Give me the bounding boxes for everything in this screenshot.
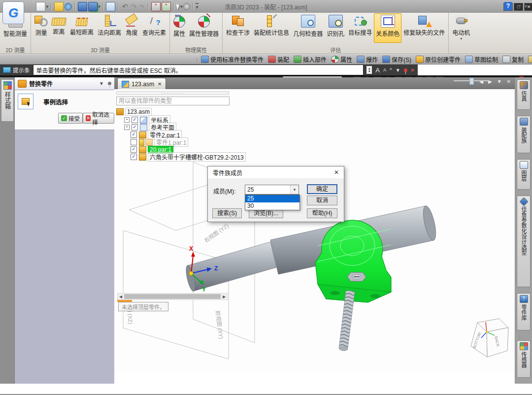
document-list-dropdown-icon[interactable]: ▼ (497, 79, 502, 84)
checkbox-checked[interactable]: ✓ (131, 154, 137, 160)
motor-dropdown-icon[interactable]: ▾ (460, 36, 462, 41)
save-toolbar-button[interactable]: 保存(S) (382, 55, 411, 64)
tree-root-row[interactable]: 123.asm (116, 108, 152, 115)
font-increase-icon[interactable]: A (375, 66, 380, 74)
angle-button[interactable]: 角度 (123, 13, 140, 43)
recognize-holes-button[interactable]: 识别孔 (325, 13, 346, 43)
motor-button[interactable]: 电动机 ▾ (450, 13, 472, 43)
replace-with-standard-part-button[interactable]: 使用标准件替换零件 (201, 55, 264, 64)
check-interference-button[interactable]: 检查干涉 (224, 13, 252, 43)
hex-nut-part[interactable] (347, 272, 366, 281)
zoom-slider[interactable] (454, 80, 489, 81)
close-view-icon[interactable]: ✕ (507, 79, 511, 84)
member-combobox[interactable]: 25 ▾ (245, 185, 299, 195)
repeat-icon[interactable]: ↷ (140, 3, 144, 10)
properties-toolbar-button[interactable]: 属性 (331, 55, 352, 64)
ribbon-pin-icon[interactable]: ▼ (524, 4, 528, 9)
normal-distance-button[interactable]: 法向距离 (96, 13, 123, 43)
toolbar-grip[interactable]: ⋮ (195, 57, 199, 62)
parametric-design-selection-tab[interactable]: 佳鱼参数化设计选型 (517, 196, 531, 287)
tree-root-label[interactable]: 123.asm (125, 108, 152, 116)
expand-icon[interactable]: + (124, 117, 130, 123)
3d-viewport[interactable]: 右视图 (YZ) 前视图 (XY) 俯视图 (XZ) (114, 89, 515, 373)
dropdown-option-25[interactable]: 25 (245, 195, 299, 202)
checkbox-unchecked[interactable] (131, 139, 137, 145)
document-tab[interactable]: 123.asm ✕ (117, 78, 166, 90)
drag-component-button[interactable]: 拖动部件 (528, 55, 532, 64)
assemble-button[interactable]: 装配 (268, 55, 289, 64)
zoom-slider-thumb[interactable] (469, 78, 474, 85)
tree-row-bolt[interactable]: ✓ 六角头带十字槽螺栓-GBT29.2-2013 (131, 153, 246, 161)
ribbon-minimize-icon[interactable]: ^ (519, 4, 521, 9)
sketch-button[interactable]: 草图绘制 (465, 55, 498, 64)
new-document-icon[interactable] (36, 2, 45, 11)
checkbox-checked[interactable]: ✓ (131, 146, 137, 153)
maximize-button[interactable]: □ (514, 3, 523, 11)
horizontal-scrollbar[interactable]: ◀ ▶ (117, 293, 228, 300)
alternate-assemblies-tab[interactable]: 装配族 (517, 116, 531, 153)
sensors-tab[interactable]: 传感器 (517, 340, 531, 378)
checkbox-checked[interactable]: ✓ (131, 132, 137, 138)
pin-prompt-icon[interactable] (404, 68, 407, 72)
tree-item-label[interactable]: 六角头带十字槽螺栓-GBT29.2-2013 (148, 152, 246, 162)
tree-row-part1[interactable]: 零件1.par:1 (131, 138, 188, 146)
explode-button[interactable]: 爆炸 (357, 55, 378, 64)
measure-button[interactable]: 测量 (33, 13, 50, 43)
dialog-close-icon[interactable]: ✕ (334, 169, 339, 176)
dialog-cancel-button[interactable]: 取消 (307, 196, 337, 205)
instance-select-button[interactable] (18, 94, 33, 109)
scroll-right-icon[interactable]: ▶ (221, 295, 227, 299)
search-button[interactable]: 搜索(S) (212, 208, 242, 218)
combobox-dropdown-icon[interactable]: ▾ (290, 185, 299, 194)
document-list-icon[interactable] (106, 2, 115, 11)
collapse-icon[interactable]: ^ (390, 67, 392, 73)
cancel-selection-button[interactable]: ✕ 取消选择 (83, 113, 114, 124)
insert-component-button[interactable]: 插入部件 (294, 55, 327, 64)
scroll-left-icon[interactable]: ◀ (118, 295, 124, 299)
create-in-place-button[interactable]: 原位创建零件 (416, 55, 461, 64)
expand-icon[interactable]: + (124, 125, 130, 130)
property-manager-button[interactable]: 属性管理器 (187, 13, 221, 43)
save-icon[interactable] (78, 2, 87, 11)
target-seek-button[interactable]: 目标搜寻 (346, 13, 374, 43)
properties-button[interactable]: mv 属性 (171, 13, 187, 43)
dialog-title-bar[interactable]: 零件族成员 ✕ (208, 166, 344, 178)
help-icon[interactable]: ? (504, 2, 512, 10)
dropdown-option-30[interactable]: 30 (245, 202, 299, 210)
redo-icon[interactable]: ↷ (131, 2, 137, 10)
document-close-icon[interactable]: ✕ (158, 81, 162, 87)
save-as-icon[interactable] (88, 2, 98, 11)
style-box-tab[interactable]: 样式箱 (1, 79, 14, 122)
distance-button[interactable]: 距离 (50, 13, 68, 43)
font-decrease-icon[interactable]: A (383, 67, 386, 72)
pathfinder-grip[interactable]: ········· (116, 91, 229, 95)
query-element-button[interactable]: ? 查询元素 (140, 13, 168, 43)
simulation-tab[interactable]: 仿真 (517, 79, 531, 110)
min-distance-button[interactable]: 最短距离 (68, 13, 96, 43)
open-icon[interactable] (54, 2, 64, 11)
undo-icon[interactable]: ↶ (122, 2, 128, 10)
help-button[interactable]: 帮助(H) (307, 208, 337, 218)
geometry-inspector-button[interactable]: 几何检查器 (291, 13, 325, 43)
app-logo[interactable]: G (2, 1, 24, 24)
ok-button[interactable]: 确定 (307, 184, 337, 194)
checkbox-checked[interactable]: ✓ (132, 117, 138, 123)
repair-missing-files-button[interactable]: 修复缺失的文件 (401, 13, 447, 43)
layers-tab[interactable]: 图层 (517, 159, 531, 190)
parts-library-tab[interactable]: ? 零件库 (517, 293, 531, 330)
web-link-icon[interactable] (65, 3, 72, 10)
scrollbar-thumb[interactable] (124, 294, 221, 299)
checkbox-checked[interactable]: ✓ (132, 124, 138, 131)
assembly-statistics-button[interactable]: 装配统计信息 (252, 13, 291, 43)
component-search-input[interactable] (116, 97, 230, 105)
new-dropdown-icon[interactable]: ▾ (46, 3, 49, 10)
close-prompt-icon[interactable]: ✕ (411, 67, 415, 73)
relationship-colors-button[interactable]: 关系颜色 (374, 13, 401, 43)
accept-button[interactable]: ✓ 接受 (58, 113, 83, 124)
panel-pin-icon[interactable] (108, 82, 111, 85)
expand-icon[interactable]: ▼ (396, 67, 400, 73)
save-dropdown-icon[interactable]: ▾ (98, 3, 101, 10)
prompt-spinner[interactable]: ▲▼ (366, 66, 372, 74)
panel-options-icon[interactable]: ▼ (99, 81, 104, 86)
copy-button[interactable]: 复制 (502, 55, 524, 64)
